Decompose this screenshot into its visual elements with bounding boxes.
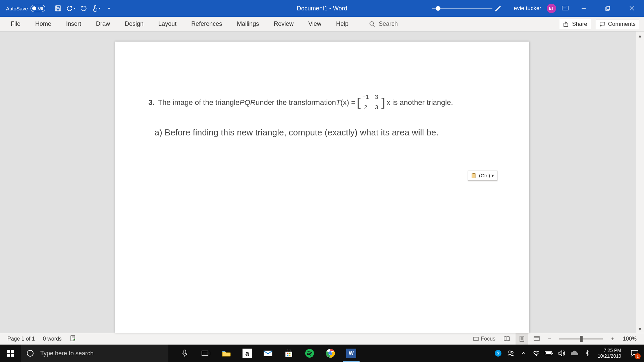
chrome-button[interactable] [320, 345, 341, 362]
svg-rect-38 [289, 353, 290, 354]
tab-review[interactable]: Review [266, 17, 301, 32]
amazon-button[interactable]: a [237, 345, 258, 362]
start-button[interactable] [0, 345, 21, 362]
scroll-down-icon[interactable]: ▾ [636, 325, 644, 333]
tab-draw[interactable]: Draw [89, 17, 117, 32]
proofing-button[interactable] [66, 335, 80, 343]
close-button[interactable] [623, 0, 641, 17]
word-button[interactable]: W [341, 345, 362, 362]
bluetooth-button[interactable] [581, 345, 594, 362]
chrome-icon [326, 349, 335, 358]
minimize-button[interactable] [574, 0, 593, 17]
search-icon [369, 21, 375, 27]
clock[interactable]: 7:25 PM 10/21/2019 [594, 348, 625, 359]
svg-rect-30 [184, 350, 186, 354]
document-area: 3. The image of the triangle PQR under t… [0, 32, 644, 333]
battery-button[interactable] [543, 345, 555, 362]
paste-options-button[interactable]: (Ctrl) ▾ [468, 171, 497, 181]
title-bar: AutoSave Off ▾ ▾ ▾ Document1 - Word [0, 0, 644, 17]
redo-button[interactable] [79, 4, 88, 13]
undo-button[interactable]: ▾ [66, 4, 75, 13]
svg-rect-34 [222, 351, 225, 352]
people-button[interactable] [504, 345, 517, 362]
tab-design[interactable]: Design [117, 17, 151, 32]
mic-button[interactable] [174, 345, 195, 362]
help-icon: ? [494, 349, 502, 357]
svg-rect-19 [520, 336, 524, 342]
tell-me-search[interactable]: Search [369, 20, 398, 27]
svg-rect-37 [287, 353, 288, 354]
tab-mailings[interactable]: Mailings [229, 17, 266, 32]
svg-rect-27 [7, 354, 10, 357]
zoom-slider[interactable] [559, 338, 603, 340]
svg-rect-1 [56, 6, 59, 8]
comment-icon [599, 21, 605, 27]
t-of-x: (x) = [340, 96, 356, 109]
print-layout-icon [519, 336, 525, 342]
svg-point-45 [329, 352, 332, 355]
volume-button[interactable] [555, 345, 568, 362]
tab-insert[interactable]: Insert [59, 17, 89, 32]
print-layout-button[interactable] [516, 333, 528, 345]
spotify-button[interactable] [299, 345, 320, 362]
matrix: [ −13 23 ] [357, 93, 385, 113]
tab-file[interactable]: File [3, 17, 28, 32]
svg-rect-25 [7, 350, 10, 353]
get-help-button[interactable]: ? [492, 345, 504, 362]
zoom-in-button[interactable]: + [608, 333, 617, 345]
autosave-toggle[interactable]: AutoSave Off [6, 5, 45, 12]
user-avatar[interactable]: ET [547, 4, 556, 13]
focus-mode-button[interactable]: Focus [470, 333, 499, 345]
share-icon [563, 21, 569, 27]
ribbon-display-icon[interactable] [561, 5, 569, 12]
question-text: The image of the triangle [158, 96, 239, 109]
show-hidden-button[interactable] [517, 345, 530, 362]
svg-text:?: ? [496, 350, 499, 356]
search-placeholder: Search [379, 20, 398, 27]
volume-icon [558, 350, 566, 357]
task-view-icon [201, 350, 210, 357]
read-mode-button[interactable] [501, 333, 514, 345]
word-count[interactable]: 0 words [39, 336, 66, 342]
svg-rect-14 [473, 173, 475, 174]
wifi-button[interactable] [530, 345, 543, 362]
scroll-up-icon[interactable]: ▴ [636, 32, 644, 40]
question-text-c: x is another triangle. [386, 96, 453, 109]
tab-layout[interactable]: Layout [151, 17, 184, 32]
maximize-button[interactable] [598, 0, 617, 17]
wifi-icon [533, 350, 540, 356]
page[interactable]: 3. The image of the triangle PQR under t… [115, 42, 529, 333]
read-mode-icon [503, 336, 511, 342]
tab-view[interactable]: View [301, 17, 329, 32]
page-indicator[interactable]: Page 1 of 1 [3, 336, 39, 342]
store-button[interactable] [278, 345, 299, 362]
drawing-slider[interactable] [432, 5, 502, 12]
zoom-out-button[interactable]: − [545, 333, 554, 345]
user-name[interactable]: evie tucker [514, 5, 541, 12]
mail-button[interactable] [258, 345, 278, 362]
task-view-button[interactable] [195, 345, 216, 362]
action-center-button[interactable]: 1 [625, 345, 644, 362]
web-layout-button[interactable] [530, 333, 543, 345]
windows-taskbar: Type here to search a W ? 7:25 PM 10/21/… [0, 345, 644, 362]
tab-home[interactable]: Home [28, 17, 59, 32]
taskbar-search[interactable]: Type here to search [21, 345, 168, 362]
proofing-icon [70, 335, 76, 342]
comments-button[interactable]: Comments [596, 19, 639, 29]
share-button[interactable]: Share [559, 19, 591, 29]
touch-mode-button[interactable]: ▾ [92, 4, 101, 13]
svg-rect-26 [11, 350, 14, 353]
time-label: 7:25 PM [598, 348, 621, 353]
tab-help[interactable]: Help [329, 17, 356, 32]
svg-rect-52 [552, 353, 553, 354]
customize-qat-button[interactable]: ▾ [104, 4, 114, 13]
svg-point-49 [511, 351, 513, 353]
tab-references[interactable]: References [184, 17, 229, 32]
file-explorer-button[interactable] [216, 345, 237, 362]
vertical-scrollbar[interactable]: ▴ ▾ [636, 32, 644, 333]
spotify-icon [305, 349, 314, 358]
sub-question-a: a) Before finding this new triangle, com… [149, 127, 496, 138]
save-icon[interactable] [53, 4, 63, 13]
onedrive-button[interactable] [568, 345, 581, 362]
zoom-level[interactable]: 100% [619, 336, 641, 342]
